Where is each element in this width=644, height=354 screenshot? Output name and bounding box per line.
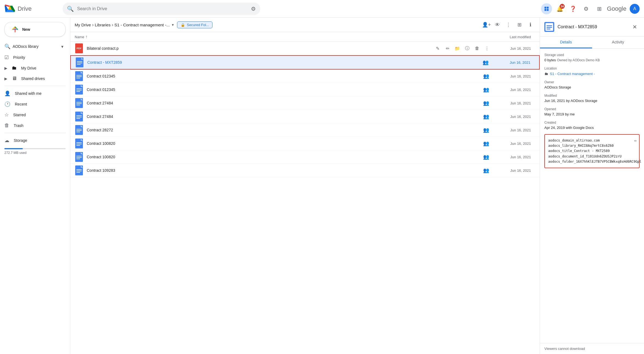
breadcrumb-my-drive[interactable]: My Drive — [75, 23, 91, 27]
info-file-button[interactable]: ⓘ — [463, 44, 472, 53]
sidebar-item-starred[interactable]: ☆ Starred — [0, 110, 68, 120]
column-modified[interactable]: Last modified — [491, 35, 535, 39]
svg-rect-30 — [76, 115, 82, 116]
svg-rect-12 — [77, 64, 81, 65]
metadata-content: aodocs_domain_altirnao.com aodocs_librar… — [548, 139, 642, 164]
apps-button[interactable]: ⊞ — [594, 3, 605, 14]
secured-label: Secured Fol... — [187, 23, 209, 27]
app-container: Drive 🔍 ⚙ 🔔 34 ❓ ⚙ ⊞ Google — [0, 0, 644, 354]
table-row[interactable]: Contract 109283 👥 Jun 16, 2021 — [70, 164, 540, 177]
detail-created: Created Apr 24, 2019 with Google Docs — [544, 121, 640, 130]
sidebar-item-recent[interactable]: 🕐 Recent — [0, 99, 68, 109]
storage-owned: Owned by AODocs Demo KB — [557, 58, 600, 62]
edit-doc-button[interactable]: ✎ — [433, 44, 442, 53]
main-area: New 🔍 AODocs library ▾ ☑ Priority ▶ 🖿 My… — [0, 18, 644, 354]
storage-used-bar — [4, 148, 23, 149]
edit-pencil-button[interactable]: ✏ — [443, 44, 452, 53]
content-area: My Drive › Libraries › S1 - Contract man… — [70, 18, 540, 354]
svg-rect-2 — [545, 9, 547, 11]
more-file-button[interactable]: ⋮ — [483, 44, 491, 53]
file-name: Contract 27484 — [87, 101, 483, 105]
file-name: Contract 27484 — [87, 114, 483, 119]
shared-icon: 👥 — [483, 87, 489, 93]
sidebar-item-storage[interactable]: ☁ Storage — [0, 135, 68, 146]
breadcrumb-dropdown-icon[interactable]: ▾ — [172, 23, 174, 27]
file-modified-date: Jun 16, 2021 — [491, 128, 535, 132]
view-toggle-button[interactable]: 👁 — [492, 20, 502, 30]
apps-grid-icon: ⊞ — [597, 5, 602, 12]
table-row[interactable]: Contract 28272 👥 Jun 16, 2021 — [70, 123, 540, 137]
svg-rect-22 — [76, 91, 80, 92]
share-button[interactable]: 👤+ — [481, 20, 491, 30]
tab-details[interactable]: Details — [540, 37, 592, 48]
column-modified-label: Last modified — [510, 35, 531, 39]
location-value: S1 - Contract management - — [550, 72, 595, 76]
svg-rect-52 — [76, 172, 80, 173]
more-options-button[interactable]: ⋮ — [503, 20, 513, 30]
settings-button[interactable]: ⚙ — [581, 3, 592, 14]
table-row[interactable]: Contract 27484 👥 Jun 16, 2021 — [70, 110, 540, 123]
detail-modified: Modified Jun 16, 2021 by AODocs Storage — [544, 94, 640, 103]
svg-rect-16 — [76, 76, 82, 77]
breadcrumb-libraries[interactable]: Libraries — [95, 23, 111, 27]
svg-rect-41 — [76, 144, 82, 144]
table-row[interactable]: Contract - MXT2859 👥 Jun 16, 2021 — [70, 55, 540, 70]
sidebar: New 🔍 AODocs library ▾ ☑ Priority ▶ 🖿 My… — [0, 18, 70, 354]
shared-icon: 👥 — [483, 140, 489, 146]
trash-icon: 🗑 — [4, 123, 9, 128]
opened-value: May 7, 2019 by me — [544, 112, 640, 116]
table-row[interactable]: PDF Bilateral contract.p ✎ ✏ 📁 ⓘ 🗑 ⋮ Jun… — [70, 42, 540, 55]
table-row[interactable]: Contract 100820 👥 Jun 16, 2021 — [70, 150, 540, 164]
sidebar-item-shared-drives[interactable]: ▶ 🖥 Shared drives — [0, 73, 68, 84]
sidebar-item-priority[interactable]: ☑ Priority — [0, 52, 68, 63]
info-button[interactable]: ℹ — [525, 20, 535, 30]
metadata-edit-icon[interactable]: ✏ — [634, 137, 637, 144]
svg-rect-56 — [547, 29, 550, 29]
table-row[interactable]: Contract 012345 👥 Jun 16, 2021 — [70, 83, 540, 96]
doc-file-icon — [75, 166, 83, 175]
sidebar-label-shared-with-me: Shared with me — [15, 91, 41, 96]
shared-icon: 👥 — [483, 73, 489, 79]
new-plus-icon — [11, 26, 19, 33]
detail-storage-used: Storage used 0 bytes Owned by AODocs Dem… — [544, 53, 640, 62]
svg-rect-10 — [77, 61, 82, 62]
table-row[interactable]: Contract 012345 👥 Jun 16, 2021 — [70, 70, 540, 83]
tab-activity[interactable]: Activity — [592, 37, 644, 48]
svg-rect-27 — [76, 105, 80, 105]
svg-rect-40 — [76, 142, 82, 143]
help-button[interactable]: ❓ — [567, 3, 578, 14]
table-row[interactable]: Contract 100820 👥 Jun 16, 2021 — [70, 137, 540, 150]
breadcrumb-sep-1: › — [92, 22, 94, 28]
svg-rect-45 — [76, 156, 82, 156]
sidebar-item-my-drive[interactable]: ▶ 🖿 My Drive — [0, 63, 68, 73]
new-button[interactable]: New — [4, 22, 66, 37]
grid-view-button[interactable]: ⊞ — [514, 20, 524, 30]
search-filter-icon[interactable]: ⚙ — [251, 5, 256, 12]
detail-close-button[interactable]: ✕ — [630, 22, 640, 32]
search-box[interactable]: 🔍 ⚙ — [63, 2, 260, 15]
opened-label: Opened — [544, 107, 640, 111]
delete-button[interactable]: 🗑 — [473, 44, 481, 53]
move-button[interactable]: 📁 — [453, 44, 462, 53]
search-library-item[interactable]: 🔍 AODocs library ▾ — [0, 41, 68, 52]
svg-rect-11 — [77, 63, 82, 63]
secured-badge[interactable]: 🔒 Secured Fol... — [177, 21, 212, 28]
recent-icon: 🕐 — [4, 101, 10, 107]
user-avatar[interactable]: A — [630, 4, 640, 14]
column-name[interactable]: Name ↑ — [75, 34, 491, 39]
modified-value: Jun 16, 2021 by AODocs Storage — [544, 99, 640, 103]
table-row[interactable]: Contract 27484 👥 Jun 16, 2021 — [70, 96, 540, 110]
file-modified-date: Jun 16, 2021 — [491, 46, 535, 51]
svg-rect-42 — [76, 145, 80, 146]
shared-icon: 👥 — [483, 114, 489, 120]
search-type-button[interactable] — [541, 3, 552, 14]
notifications-button[interactable]: 🔔 34 — [554, 3, 565, 14]
search-input[interactable] — [77, 6, 245, 11]
sidebar-item-trash[interactable]: 🗑 Trash — [0, 120, 68, 131]
owner-value: AODocs Storage — [544, 85, 640, 89]
sidebar-item-shared-with-me[interactable]: 👤 Shared with me — [0, 88, 68, 99]
gear-icon: ⚙ — [584, 5, 589, 12]
sidebar-label-recent: Recent — [15, 102, 27, 106]
detail-body: Storage used 0 bytes Owned by AODocs Dem… — [540, 49, 644, 343]
expand-icon-shared-drives: ▶ — [4, 76, 7, 81]
